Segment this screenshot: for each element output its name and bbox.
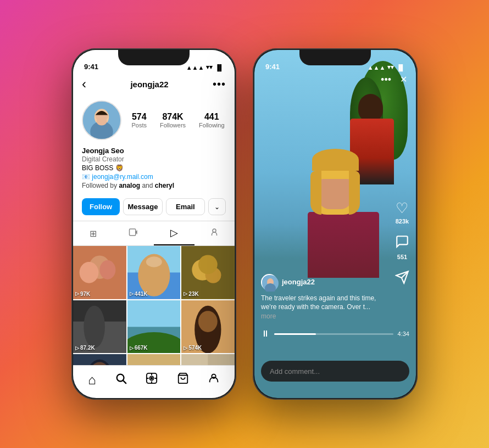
progress-track[interactable] [274, 333, 393, 335]
video-side-actions: ♡ 823k 551 [395, 200, 409, 288]
status-icons-left: ▲▲▲ ▾▾ ▐▌ [186, 64, 224, 71]
signal-icon: ▲▲▲ [186, 64, 204, 71]
progress-fill [274, 333, 316, 335]
time-left: 9:41 [84, 63, 98, 71]
time-right: 9:41 [265, 63, 280, 71]
action-buttons: Follow Message Email ⌄ [73, 195, 235, 221]
video-avatar[interactable] [261, 274, 277, 290]
video-top-controls: ••• ✕ [381, 74, 407, 86]
comment-bar[interactable]: Add comment... [261, 361, 409, 382]
nav-reels-icon[interactable] [146, 372, 158, 388]
email-button[interactable]: Email [166, 198, 205, 215]
video-user-row: jeongja22 [261, 274, 383, 290]
signal-icon-right: ▲▲▲ [368, 64, 386, 71]
video-progress: ⏸ 4:34 [261, 329, 409, 339]
stat-posts[interactable]: 574 Posts [131, 112, 147, 128]
more-button-video[interactable]: ••• [381, 74, 391, 86]
comment-placeholder: Add comment... [270, 367, 320, 376]
followers-count: 874K [160, 112, 186, 122]
grid-item-5[interactable]: ▷ 667K [127, 300, 181, 354]
bio-email[interactable]: 📧 jeongja@ry.mail.com [82, 173, 226, 181]
avatar[interactable] [82, 100, 121, 140]
share-action[interactable] [395, 270, 409, 288]
battery-icon-right: ▐▌ [396, 64, 405, 71]
tagged-tab-icon [209, 227, 219, 239]
posts-count: 574 [131, 112, 147, 122]
svg-point-11 [99, 260, 115, 279]
stats-row: 574 Posts 874K Followers 441 Following [130, 112, 226, 128]
svg-rect-5 [130, 229, 136, 236]
svg-point-4 [97, 117, 107, 125]
video-username[interactable]: jeongja22 [282, 278, 315, 286]
like-count: 823k [396, 218, 409, 225]
following-label: Following [199, 122, 224, 128]
video-background: 9:41 ▲▲▲ ▾▾ ▐▌ ••• ✕ ♡ 823k [254, 50, 416, 398]
video-more-link[interactable]: more [261, 312, 276, 320]
bio-followed: Followed by analog and cheryl [82, 182, 226, 189]
svg-point-42 [151, 377, 153, 379]
play-pause-button[interactable]: ⏸ [261, 329, 270, 339]
notch [118, 50, 190, 65]
comment-icon [395, 234, 409, 253]
share-icon [395, 270, 409, 288]
profile-header: 574 Posts 874K Followers 441 Following [73, 96, 235, 147]
svg-point-15 [146, 256, 162, 267]
grid-tab-icon: ⊞ [90, 228, 97, 239]
svg-point-22 [84, 305, 105, 348]
profile-username: jeongja22 [130, 80, 168, 89]
tab-grid[interactable]: ⊞ [73, 221, 114, 245]
more-button[interactable]: ••• [213, 78, 226, 91]
svg-rect-24 [127, 300, 181, 327]
tab-tagged[interactable] [195, 221, 235, 245]
svg-point-10 [80, 262, 99, 283]
person-front [254, 149, 416, 278]
comment-count: 551 [397, 254, 407, 260]
video-caption: The traveler strikes again and this time… [261, 294, 383, 321]
tab-video[interactable] [114, 221, 154, 245]
wifi-icon: ▾▾ [206, 64, 213, 71]
grid-item-1[interactable]: ▷ 97K [73, 246, 126, 299]
nav-profile-icon[interactable] [208, 372, 220, 388]
right-screen: 9:41 ▲▲▲ ▾▾ ▐▌ ••• ✕ ♡ 823k [254, 50, 416, 398]
tab-reels[interactable]: ▷ [154, 221, 195, 245]
grid-item-2[interactable]: ▷ 441K [127, 246, 181, 299]
comment-action[interactable]: 551 [395, 234, 409, 260]
nav-home-icon[interactable]: ⌂ [88, 372, 96, 388]
bottom-nav: ⌂ [73, 365, 235, 398]
grid-item-6[interactable]: ▷ 574K [181, 300, 235, 354]
grid-count-4: ▷ 87.2K [75, 345, 95, 351]
grid-item-4[interactable]: ▷ 87.2K [73, 300, 126, 354]
video-bottom-info: jeongja22 The traveler strikes again and… [261, 274, 383, 321]
grid-count-3: ▷ 23K [184, 291, 198, 297]
profile-nav: ‹ jeongja22 ••• [73, 74, 235, 96]
svg-line-39 [123, 380, 126, 383]
reels-tab-icon: ▷ [170, 227, 178, 239]
nav-search-icon[interactable] [115, 372, 127, 388]
stat-followers[interactable]: 874K Followers [160, 112, 186, 128]
like-action[interactable]: ♡ 823k [396, 200, 409, 225]
battery-icon: ▐▌ [215, 64, 224, 71]
bio-name: Jeongja Seo [82, 147, 226, 155]
grid-count-2: ▷ 441K [130, 291, 148, 297]
dropdown-button[interactable]: ⌄ [208, 198, 226, 215]
grid-item-3[interactable]: ▷ 23K [181, 246, 235, 299]
close-button-video[interactable]: ✕ [400, 74, 407, 86]
stat-following[interactable]: 441 Following [199, 112, 224, 128]
bio-line1: BIG BOSS 🦁 [82, 164, 226, 172]
following-count: 441 [199, 112, 224, 122]
follow-button[interactable]: Follow [82, 198, 120, 215]
notch-right [299, 50, 371, 65]
right-phone: 9:41 ▲▲▲ ▾▾ ▐▌ ••• ✕ ♡ 823k [253, 48, 418, 400]
back-button[interactable]: ‹ [82, 76, 86, 92]
message-button[interactable]: Message [123, 198, 162, 215]
svg-point-7 [213, 229, 216, 232]
bio-section: Jeongja Seo Digital Creator BIG BOSS 🦁 📧… [73, 147, 235, 195]
grid-count-5: ▷ 667K [130, 345, 148, 351]
grid-count-6: ▷ 574K [184, 345, 202, 351]
left-phone: 9:41 ▲▲▲ ▾▾ ▐▌ ‹ jeongja22 ••• [71, 48, 236, 400]
left-screen: 9:41 ▲▲▲ ▾▾ ▐▌ ‹ jeongja22 ••• [73, 50, 235, 398]
wifi-icon-right: ▾▾ [387, 64, 394, 71]
video-tab-icon [129, 227, 138, 239]
nav-shop-icon[interactable] [177, 372, 189, 388]
svg-point-28 [198, 311, 218, 332]
